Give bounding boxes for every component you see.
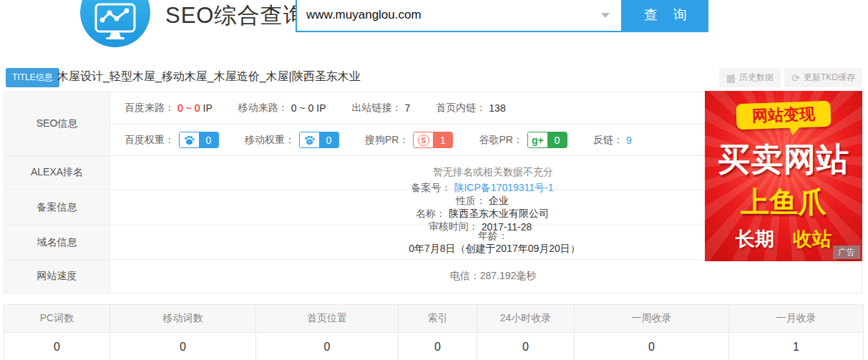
app-title: SEO综合查询 [165, 1, 306, 31]
beian-number: 备案号： 陕ICP备17019311号-1 [411, 182, 553, 195]
beian-nature: 性质： 企业 [456, 195, 509, 208]
row-label-beian: 备案信息 [4, 190, 110, 225]
mobile-weight-badge[interactable]: m 0 [299, 132, 339, 148]
title-info-badge: TITLE信息 [6, 68, 59, 87]
paw-icon [180, 132, 199, 147]
sogou-pr-badge[interactable]: S 1 [413, 132, 453, 148]
site-title-text: 木屋设计_轻型木屋_移动木屋_木屋造价_木屋|陕西圣东木业 [57, 69, 361, 84]
speed-value: 电信：287.192毫秒 [450, 270, 537, 283]
baidu-weight-badge[interactable]: 0 [179, 132, 219, 148]
baidu-weight: 百度权重： 0 [125, 132, 219, 148]
stats-header-row: PC词数 移动词数 首页位置 索引 24小时收录 一周收录 一月收录 [4, 305, 863, 333]
chevron-down-icon[interactable] [601, 13, 610, 18]
stats-value: 0 [575, 333, 729, 360]
stats-value: 0 [256, 333, 399, 360]
stats-header: PC词数 [4, 305, 110, 332]
stats-value-row: 0 0 0 0 0 0 1 [4, 333, 863, 360]
stats-header: 24小时收录 [477, 305, 575, 332]
sogou-icon: S [414, 132, 433, 147]
stats-table: PC词数 移动词数 首页位置 索引 24小时收录 一周收录 一月收录 0 0 0… [4, 304, 864, 360]
title-bar: TITLE信息 木屋设计_轻型木屋_移动木屋_木屋造价_木屋|陕西圣东木业 ▩̇… [0, 63, 868, 92]
ad-banner[interactable]: 网站变现 买卖网站 上鱼爪 长期 收站 广告 [705, 91, 862, 261]
row-label-seo: SEO信息 [4, 92, 110, 155]
row-label-alexa: ALEXA排名 [4, 156, 110, 189]
stats-header: 索引 [399, 305, 477, 332]
ad-label: 广告 [833, 245, 860, 259]
google-plus-icon: g+ [528, 132, 547, 147]
google-pr: 谷歌PR： g+ 0 [479, 132, 567, 148]
outbound-links: 出站链接： 7 [352, 102, 411, 115]
paw-m-icon: m [300, 132, 319, 147]
mobile-weight: 移动权重： m 0 [245, 132, 339, 148]
page-header: SEO综合查询 查 询 [0, 0, 868, 63]
refresh-icon: ⟳ [791, 72, 800, 84]
domain-age-name: 年龄： [478, 230, 508, 243]
ad-line1: 买卖网站 [705, 138, 862, 181]
backlinks-count-link[interactable]: 9 [626, 135, 632, 146]
search-bar: 查 询 [296, 0, 708, 32]
stats-header: 一周收录 [575, 305, 729, 332]
mobile-traffic: 移动来路： 0 ~ 0 IP [238, 102, 326, 115]
stats-header: 首页位置 [256, 305, 399, 332]
domain-age-value: 0年7月8日（创建于2017年09月20日） [409, 243, 580, 256]
row-label-domain: 域名信息 [4, 225, 110, 259]
baidu-traffic: 百度来路： 0 ~ 0 IP [125, 102, 213, 115]
beian-number-link[interactable]: 陕ICP备17019311号-1 [454, 182, 553, 195]
monitor-chart-icon [94, 3, 136, 40]
stats-value: 0 [399, 333, 477, 360]
svg-text:m: m [308, 140, 311, 144]
ad-bubble-text: 网站变现 [736, 101, 831, 130]
alexa-value: 暂无排名或相关数据不充分 [433, 166, 553, 179]
stats-value: 1 [729, 333, 863, 360]
history-data-button[interactable]: ▩̇ 历史数据 [719, 68, 781, 87]
app-logo [80, 0, 150, 47]
homepage-inlinks: 首页内链： 138 [436, 102, 505, 115]
query-button[interactable]: 查 询 [623, 0, 708, 32]
info-row-speed: 网站速度 电信：287.192毫秒 [4, 260, 862, 293]
stats-value: 0 [4, 333, 110, 360]
beian-company: 名称： 陕西圣东木业有限公司 [416, 208, 549, 220]
row-label-speed: 网站速度 [4, 260, 110, 293]
stats-header: 移动词数 [110, 305, 256, 332]
ad-line2: 上鱼爪 [705, 183, 862, 222]
stats-header: 一月收录 [729, 305, 863, 332]
google-pr-badge[interactable]: g+ 0 [527, 132, 567, 148]
stats-value: 0 [477, 333, 575, 360]
backlinks: 反链： 9 [593, 134, 632, 147]
refresh-tkd-button[interactable]: ⟳ 更新TKD缓存 [784, 68, 862, 87]
sogou-pr: 搜狗PR： S 1 [365, 132, 453, 148]
layers-icon: ▩̇ [726, 72, 736, 84]
url-input[interactable] [296, 0, 623, 32]
stats-value: 0 [110, 333, 256, 360]
